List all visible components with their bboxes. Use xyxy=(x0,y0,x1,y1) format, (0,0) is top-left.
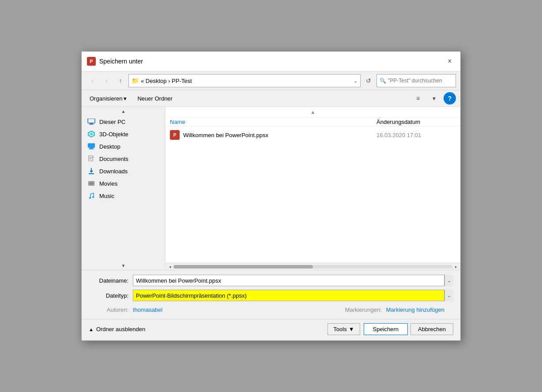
address-bar[interactable]: 📁 « Desktop › PP-Test ⌄ xyxy=(128,74,361,87)
svg-marker-16 xyxy=(90,171,93,173)
filename-dropdown-arrow[interactable]: ⌄ xyxy=(444,275,453,286)
search-bar[interactable]: 🔍 xyxy=(376,74,456,87)
main-content: ▲ Dieser PC xyxy=(82,107,460,270)
horizontal-scrollbar[interactable]: ◂ ▸ xyxy=(166,263,460,270)
help-button[interactable]: ? xyxy=(444,92,456,105)
view-icon: ≡ xyxy=(416,95,420,102)
svg-marker-14 xyxy=(93,156,94,157)
filename-label: Dateiname: xyxy=(89,277,133,284)
sidebar-items: Dieser PC 3D-Objekte xyxy=(82,107,165,211)
sidebar-label-dieser-pc: Dieser PC xyxy=(99,119,125,125)
file-list: P Willkommen bei PowerPoint.ppsx 16.03.2… xyxy=(166,127,460,263)
navigation-toolbar: ‹ › ↑ 📁 « Desktop › PP-Test ⌄ ↺ 🔍 xyxy=(82,71,460,90)
sidebar-item-music[interactable]: Music xyxy=(82,190,165,202)
svg-rect-22 xyxy=(93,181,94,186)
downloads-icon xyxy=(87,168,96,175)
filetype-input-wrap: PowerPoint-Bildschirmpräsentation (*.pps… xyxy=(133,290,453,301)
folder-hide-label: Ordner ausblenden xyxy=(96,326,145,332)
powerpoint-icon: P xyxy=(170,130,180,140)
organize-chevron-icon: ▾ xyxy=(124,95,127,102)
tools-label: Tools xyxy=(333,326,346,332)
filename-input[interactable] xyxy=(133,275,444,286)
search-icon: 🔍 xyxy=(380,78,386,84)
hscroll-left-button[interactable]: ◂ xyxy=(166,263,173,270)
save-button[interactable]: Speichern xyxy=(364,323,408,335)
sidebar-item-downloads[interactable]: Downloads xyxy=(82,165,165,177)
bottom-form: Dateiname: ⌄ Dateityp: PowerPoint-Bildsc… xyxy=(82,270,460,319)
filetype-dropdown-arrow[interactable]: ⌄ xyxy=(444,290,453,301)
back-button[interactable]: ‹ xyxy=(86,75,98,87)
sidebar-item-movies[interactable]: Movies xyxy=(82,177,165,190)
save-dialog: P Speichern unter × ‹ › ↑ 📁 « Desktop › … xyxy=(81,51,461,341)
desktop-icon xyxy=(87,143,96,150)
svg-rect-21 xyxy=(89,181,90,186)
col-name-header[interactable]: Name xyxy=(170,119,376,125)
sidebar-label-downloads: Downloads xyxy=(99,168,128,175)
hscroll-track[interactable] xyxy=(173,265,452,269)
col-date-header: Änderungsdatum xyxy=(376,119,456,125)
cancel-button[interactable]: Abbrechen xyxy=(410,323,453,335)
sidebar-label-desktop: Desktop xyxy=(99,143,120,150)
sidebar-item-documents[interactable]: Documents xyxy=(82,153,165,165)
music-icon xyxy=(87,192,96,199)
sidebar-scroll-down[interactable]: ▼ xyxy=(82,261,165,270)
help-icon: ? xyxy=(448,95,452,102)
svg-point-24 xyxy=(92,196,94,198)
svg-rect-7 xyxy=(88,143,95,148)
svg-rect-1 xyxy=(90,123,93,124)
new-folder-button[interactable]: Neuer Ordner xyxy=(134,93,176,104)
file-area: ▲ Name Änderungsdatum P Willkommen bei P… xyxy=(166,107,460,270)
file-date: 16.03.2020 17:01 xyxy=(376,132,456,138)
hscroll-thumb[interactable] xyxy=(173,265,313,269)
column-headers: Name Änderungsdatum xyxy=(166,118,460,127)
file-name: Willkommen bei PowerPoint.ppsx xyxy=(183,132,373,138)
title-bar: P Speichern unter × xyxy=(82,52,460,71)
up-button[interactable]: ↑ xyxy=(114,75,127,87)
tags-value[interactable]: Markierung hinzufügen xyxy=(386,306,444,313)
file-header: ▲ xyxy=(166,107,460,118)
sidebar-label-documents: Documents xyxy=(99,156,128,162)
sidebar-item-dieser-pc[interactable]: Dieser PC xyxy=(82,116,165,128)
sidebar-item-desktop[interactable]: Desktop xyxy=(82,140,165,153)
address-chevron-icon: ⌄ xyxy=(354,78,358,84)
folder-icon: 📁 xyxy=(132,77,139,84)
table-row[interactable]: P Willkommen bei PowerPoint.ppsx 16.03.2… xyxy=(166,127,460,143)
sidebar: ▲ Dieser PC xyxy=(82,107,166,270)
new-folder-label: Neuer Ordner xyxy=(137,95,172,102)
filetype-row: Dateityp: PowerPoint-Bildschirmpräsentat… xyxy=(89,290,453,301)
tools-button[interactable]: Tools ▼ xyxy=(327,323,360,335)
organize-toolbar: Organisieren ▾ Neuer Ordner ≡ ▾ ? xyxy=(82,90,460,107)
refresh-button[interactable]: ↺ xyxy=(362,75,375,87)
folder-hide-arrow-icon: ▲ xyxy=(89,327,94,332)
address-text: « Desktop › PP-Test xyxy=(141,78,352,84)
close-button[interactable]: × xyxy=(444,56,455,67)
movies-icon xyxy=(87,180,96,187)
save-label: Speichern xyxy=(373,326,399,332)
svg-point-23 xyxy=(89,197,91,199)
view-chevron-button[interactable]: ▾ xyxy=(428,92,440,105)
sidebar-label-movies: Movies xyxy=(99,180,117,187)
filename-row: Dateiname: ⌄ xyxy=(89,275,453,286)
sidebar-item-3d-objekte[interactable]: 3D-Objekte xyxy=(82,128,165,140)
filetype-dropdown[interactable]: PowerPoint-Bildschirmpräsentation (*.pps… xyxy=(133,290,444,301)
search-input[interactable] xyxy=(388,78,453,84)
title-bar-left: P Speichern unter xyxy=(87,57,143,66)
sidebar-scroll-up[interactable]: ▲ xyxy=(82,107,165,116)
folder-hide-toggle[interactable]: ▲ Ordner ausblenden xyxy=(89,326,145,332)
view-button[interactable]: ≡ xyxy=(412,92,424,105)
meta-row: Autoren: thomasabel Markierungen: Markie… xyxy=(89,305,453,315)
organize-button[interactable]: Organisieren ▾ xyxy=(86,93,130,104)
forward-button[interactable]: › xyxy=(100,75,113,87)
organize-label: Organisieren xyxy=(90,95,122,102)
tools-arrow-icon: ▼ xyxy=(349,326,354,332)
app-icon: P xyxy=(87,57,96,66)
svg-rect-0 xyxy=(88,119,95,123)
authors-value[interactable]: thomasabel xyxy=(133,306,162,313)
sidebar-label-music: Music xyxy=(99,193,114,199)
hscroll-right-button[interactable]: ▸ xyxy=(452,263,459,270)
filetype-value: PowerPoint-Bildschirmpräsentation (*.pps… xyxy=(136,292,247,299)
filename-input-wrap: ⌄ xyxy=(133,275,453,286)
dialog-title: Speichern unter xyxy=(99,58,143,65)
authors-label: Autoren: xyxy=(89,306,133,313)
tags-label: Markierungen: xyxy=(342,306,386,313)
